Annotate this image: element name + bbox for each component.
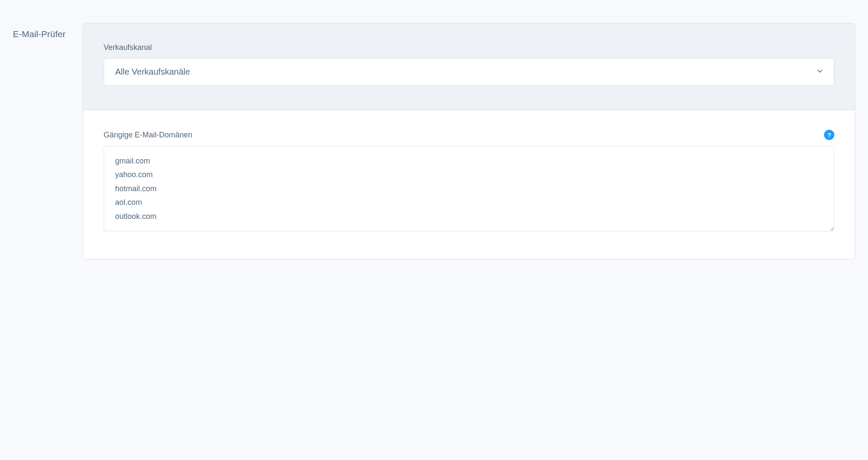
settings-card: Verkaufskanal Alle Verkaufskanäle Gängig… (83, 23, 855, 259)
sales-channel-label: Verkaufskanal (104, 43, 152, 52)
email-domains-section: Gängige E-Mail-Domänen ? (83, 110, 855, 259)
email-domains-textarea[interactable] (104, 146, 834, 231)
help-icon[interactable]: ? (824, 130, 834, 140)
sales-channel-select-wrapper: Alle Verkaufskanäle (104, 58, 834, 86)
page-title: E-Mail-Prüfer (13, 29, 66, 39)
email-domains-label: Gängige E-Mail-Domänen (104, 131, 192, 140)
sales-channel-section: Verkaufskanal Alle Verkaufskanäle (83, 23, 855, 110)
sales-channel-select[interactable]: Alle Verkaufskanäle (104, 58, 834, 86)
sidebar-title-section: E-Mail-Prüfer (13, 23, 66, 259)
sales-channel-selected-value: Alle Verkaufskanäle (115, 67, 190, 77)
